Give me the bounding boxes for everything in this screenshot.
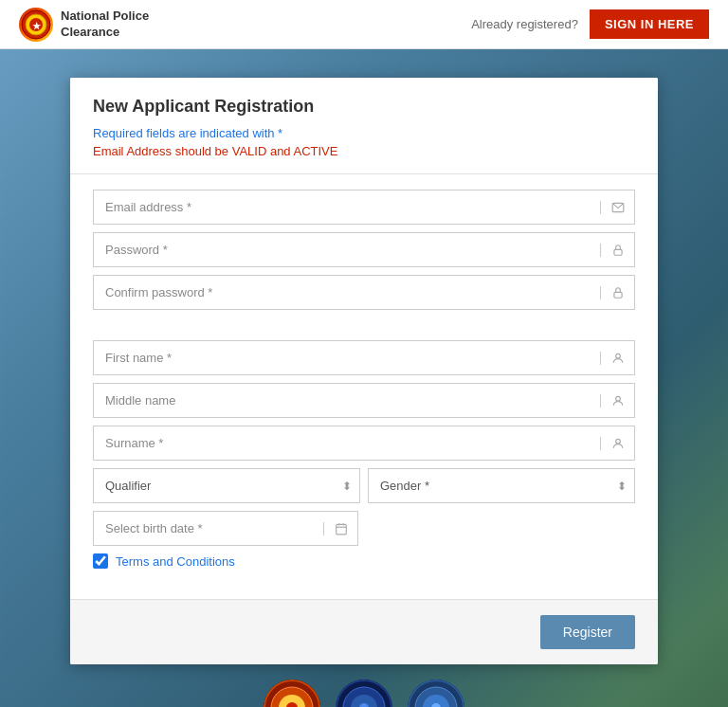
middle-name-input-wrapper (93, 383, 635, 418)
svg-point-9 (615, 439, 620, 444)
gender-select-wrapper: Gender * Male Female ⬍ (368, 468, 635, 503)
terms-checkbox[interactable] (93, 553, 108, 569)
form-footer: Register (70, 599, 658, 664)
email-input[interactable] (94, 190, 600, 224)
email-icon (600, 201, 634, 214)
middle-name-icon (600, 394, 634, 408)
svg-point-8 (615, 396, 620, 401)
qualifier-select-wrapper: Qualifier Jr. Sr. II III IV ⬍ (93, 468, 360, 503)
logo-text: National Police Clearance (61, 9, 149, 41)
registration-form-card: New Applicant Registration Required fiel… (70, 78, 658, 664)
form-header: New Applicant Registration Required fiel… (70, 78, 658, 174)
middle-name-input[interactable] (94, 384, 600, 417)
badge-logo-3: ★ (408, 680, 464, 707)
password-icon (600, 244, 634, 257)
first-name-input-wrapper (93, 340, 635, 375)
badge-logo-2: ★ (336, 680, 392, 707)
logo: ★ National Police Clearance (19, 8, 149, 42)
svg-rect-5 (613, 249, 621, 255)
form-body: Qualifier Jr. Sr. II III IV ⬍ Gender * M… (70, 174, 658, 599)
name-fields-group: Qualifier Jr. Sr. II III IV ⬍ Gender * M… (93, 340, 635, 569)
svg-text:★: ★ (32, 21, 42, 31)
account-fields-group (93, 190, 635, 310)
register-button[interactable]: Register (540, 615, 635, 649)
bottom-logos: ★ ★ ★ (264, 680, 464, 707)
confirm-password-input-wrapper (93, 275, 635, 310)
required-note: Required fields are indicated with * (93, 126, 635, 140)
already-registered-text: Already registered? (471, 17, 578, 31)
confirm-password-input[interactable] (94, 276, 600, 309)
birth-date-input[interactable] (94, 512, 323, 545)
birth-date-input-wrapper (93, 511, 358, 546)
logo-icon: ★ (19, 8, 53, 42)
qualifier-select[interactable]: Qualifier Jr. Sr. II III IV (94, 469, 359, 502)
header-right: Already registered? SIGN IN HERE (471, 9, 709, 39)
first-name-icon (600, 352, 634, 365)
email-input-wrapper (93, 190, 635, 225)
calendar-icon[interactable] (323, 522, 357, 535)
surname-input[interactable] (94, 426, 600, 460)
password-input[interactable] (94, 233, 600, 266)
first-name-input[interactable] (94, 341, 600, 374)
gender-select[interactable]: Gender * Male Female (369, 469, 634, 502)
sign-in-button[interactable]: SIGN IN HERE (590, 9, 709, 39)
svg-rect-10 (336, 524, 346, 535)
svg-point-7 (615, 354, 620, 358)
surname-icon (600, 437, 634, 450)
email-note: Email Address should be VALID and ACTIVE (93, 144, 635, 158)
terms-link[interactable]: Terms and Conditions (116, 554, 235, 569)
form-title: New Applicant Registration (93, 97, 635, 117)
password-input-wrapper (93, 232, 635, 267)
surname-input-wrapper (93, 426, 635, 461)
confirm-password-icon (600, 286, 634, 299)
terms-row: Terms and Conditions (93, 553, 635, 569)
header: ★ National Police Clearance Already regi… (0, 0, 728, 49)
svg-rect-6 (613, 292, 621, 298)
badge-logo-1: ★ (264, 680, 320, 707)
main-content: New Applicant Registration Required fiel… (0, 49, 728, 707)
qualifier-gender-row: Qualifier Jr. Sr. II III IV ⬍ Gender * M… (93, 468, 635, 503)
